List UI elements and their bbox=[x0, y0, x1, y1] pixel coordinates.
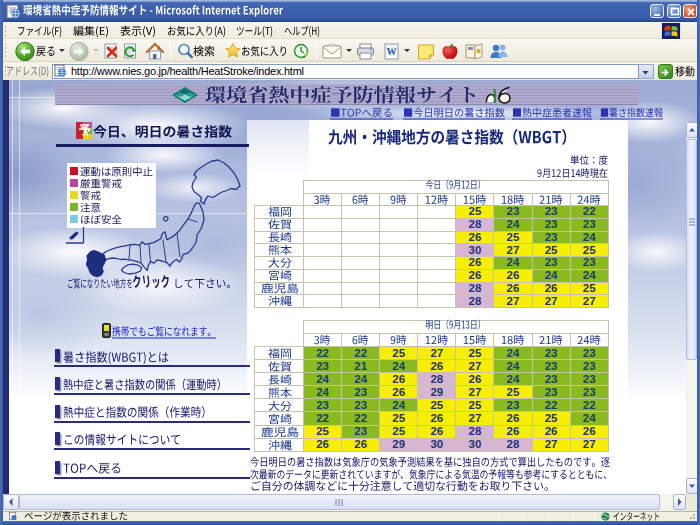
svg-text:http://www.nies.go.jp/health/H: http://www.nies.go.jp/health/HeatStroke/… bbox=[71, 65, 304, 77]
